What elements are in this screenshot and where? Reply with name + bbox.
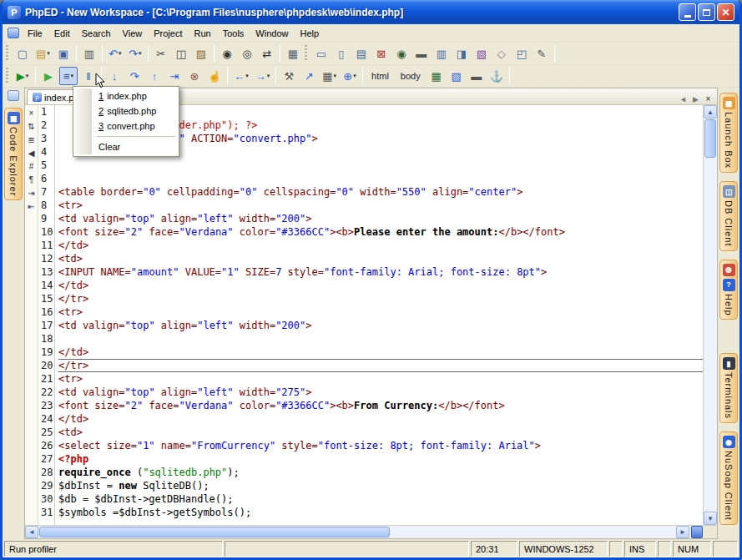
forward-icon[interactable]: →▾ [253, 67, 273, 85]
back-icon[interactable]: ←▾ [231, 67, 251, 85]
open-file-icon[interactable]: ▤▾ [33, 44, 53, 63]
menu-edit[interactable]: Edit [48, 26, 76, 41]
listbox-icon[interactable]: ▥ [432, 44, 451, 63]
tab-scroll-right-icon[interactable]: ▶ [690, 93, 701, 104]
paste-icon[interactable]: ▨ [192, 44, 210, 63]
recent-files-icon[interactable]: ≡▾ [59, 67, 78, 85]
toggle-line-numbers-icon[interactable]: # [26, 161, 37, 171]
scroll-left-icon[interactable]: ◄ [25, 526, 38, 538]
maximize-button[interactable] [698, 3, 715, 21]
show-special-chars-icon[interactable]: ¶ [26, 174, 37, 184]
run-no-debug-icon[interactable]: ▶ [39, 67, 58, 85]
redo-icon[interactable]: ↷▾ [126, 44, 144, 63]
close-file-icon[interactable]: × [26, 108, 37, 118]
toggle-sync-icon[interactable]: ⇅ [26, 121, 37, 131]
indent-icon[interactable]: ⇥ [26, 188, 37, 198]
image-button-icon[interactable]: ▧ [472, 44, 491, 63]
checkbox-icon[interactable]: ⊠ [372, 44, 391, 63]
code-area[interactable]: der.php"); ?> " ACTION="convert.php"> <t… [55, 105, 703, 525]
undo-icon[interactable]: ↶▾ [106, 44, 124, 63]
new-file-icon[interactable]: ▢ [13, 44, 32, 63]
scroll-up-icon[interactable]: ▲ [704, 105, 717, 119]
menu-item-clear[interactable]: Clear [75, 139, 177, 154]
find-icon[interactable]: ◉ [218, 44, 236, 63]
vertical-scroll-thumb[interactable] [704, 119, 716, 158]
deploy-icon[interactable]: ↗ [300, 67, 318, 85]
tab-nusoap-client[interactable]: ◉NuSoap Client [719, 431, 738, 525]
tab-db-client[interactable]: ◫DB Client [719, 181, 738, 250]
tab-terminals[interactable]: ▮Terminals [719, 353, 738, 423]
cut-icon[interactable]: ✂ [152, 44, 170, 63]
horizontal-scroll-thumb[interactable] [39, 527, 390, 537]
step-into-icon[interactable]: ↓ [105, 67, 124, 85]
insert-form-icon[interactable]: ▭ [312, 44, 331, 63]
menu-file[interactable]: File [22, 26, 48, 41]
menu-item-index-php[interactable]: 1index.php [75, 88, 177, 103]
insert-hr-icon[interactable]: ▬ [467, 67, 486, 85]
unindent-icon[interactable]: ⇤ [26, 201, 37, 211]
menu-search[interactable]: Search [76, 26, 117, 41]
tab-help[interactable]: ◍?Help [719, 260, 738, 320]
run-to-cursor-icon[interactable]: ⇥ [165, 67, 184, 85]
break-icon[interactable]: ☝ [205, 67, 224, 85]
view-grid-icon[interactable]: ▦▾ [320, 67, 339, 85]
hidden-field-icon[interactable]: ◇ [492, 44, 511, 63]
menu-window[interactable]: Window [250, 26, 294, 41]
horizontal-scrollbar[interactable]: ◄ ► [25, 525, 717, 538]
build-icon[interactable]: ⚒ [280, 67, 298, 85]
menu-item-sqlitedb-php[interactable]: 2sqlitedb.php [75, 103, 177, 119]
tab-scroll-left-icon[interactable]: ◄ [678, 93, 689, 104]
menu-project[interactable]: Project [148, 26, 188, 41]
document-system-icon[interactable] [8, 28, 19, 38]
combobox-icon[interactable]: ◨ [452, 44, 471, 63]
horizontal-scroll-track[interactable] [38, 526, 676, 538]
close-button[interactable]: ✕ [717, 3, 734, 21]
tab-close-icon[interactable]: × [703, 93, 714, 104]
textarea-icon[interactable]: ▤ [352, 44, 371, 63]
select-mode-icon[interactable]: ▦ [284, 44, 302, 63]
find-next-icon[interactable]: ◎ [238, 44, 256, 63]
scroll-right-icon[interactable]: ► [676, 526, 689, 538]
toolbar-handle[interactable] [6, 68, 8, 84]
insert-anchor-icon[interactable]: ⚓ [487, 67, 506, 85]
tab-launch-box[interactable]: ▦Launch Box [719, 93, 738, 173]
minimize-button[interactable] [679, 3, 696, 21]
dock-panels-icon[interactable] [8, 90, 19, 101]
menu-view[interactable]: View [117, 26, 149, 41]
label-icon[interactable]: ✎ [533, 44, 551, 63]
insert-image-icon[interactable]: ▧ [447, 67, 466, 85]
text-field-icon[interactable]: ▯ [332, 44, 351, 63]
goto-line-icon[interactable]: ≣ [26, 134, 37, 144]
copy-icon[interactable]: ◫ [172, 44, 190, 63]
replace-icon[interactable]: ⇄ [258, 44, 276, 63]
vertical-scrollbar[interactable]: ▲ ▼ [703, 105, 717, 525]
body-tag-button[interactable]: body [396, 67, 426, 85]
step-out-icon[interactable]: ↑ [145, 67, 164, 85]
menu-help[interactable]: Help [294, 26, 325, 41]
splitter-button[interactable] [691, 526, 703, 538]
scroll-down-icon[interactable]: ▼ [704, 512, 717, 525]
launch-box-icon: ▦ [723, 97, 735, 109]
button-icon[interactable]: ▬ [412, 44, 431, 63]
menu-item-convert-php[interactable]: 3convert.php [75, 119, 177, 134]
step-over-icon[interactable]: ↷ [125, 67, 144, 85]
insert-table-icon[interactable]: ▦ [427, 67, 446, 85]
collapse-icon[interactable]: ◀ [26, 148, 37, 158]
save-icon: ▣ [58, 48, 68, 59]
terminal-icon: ▮ [723, 357, 735, 370]
toolbar-handle[interactable] [6, 45, 8, 62]
zoom-icon[interactable]: ⊕▾ [341, 67, 359, 85]
run-icon[interactable]: ▶▾ [13, 67, 32, 85]
menu-tools[interactable]: Tools [217, 26, 250, 41]
fieldset-icon[interactable]: ◰ [512, 44, 531, 63]
tab-code-explorer[interactable]: ▦ Code Explorer [4, 108, 23, 200]
stop-icon[interactable]: ⊗ [185, 67, 204, 85]
save-icon[interactable]: ▣ [54, 44, 73, 63]
html-tag-button[interactable]: html [366, 67, 394, 85]
print-icon[interactable]: ▥ [80, 44, 98, 63]
toolbar-handle[interactable] [305, 45, 307, 62]
vertical-scroll-track[interactable] [704, 119, 717, 512]
menu-run[interactable]: Run [188, 26, 216, 41]
code-token: "0" [336, 186, 354, 198]
radio-icon[interactable]: ◉ [392, 44, 411, 63]
